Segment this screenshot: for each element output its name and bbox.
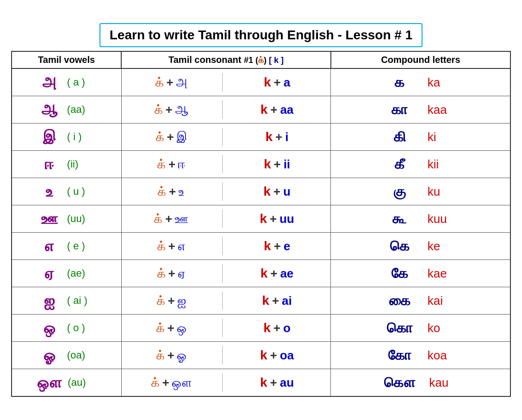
- plus-sign2: +: [270, 376, 277, 390]
- consonant-k: k: [261, 266, 268, 281]
- vowel-cell: ஏ (ae): [12, 260, 121, 287]
- compound-english: kuu: [428, 212, 455, 226]
- vowel-english: (oa): [67, 349, 95, 361]
- vowel-cell: ஊ (uu): [12, 205, 121, 233]
- consonant-tamil: க்: [158, 185, 166, 199]
- consonant-vowel-tamil: இ: [177, 130, 187, 144]
- consonant-vowel-eng: ii: [284, 157, 290, 172]
- table-row: ஆ (aa) க் + ஆ k + aa கா kaa: [12, 96, 510, 124]
- header-row: Tamil vowels Tamil consonant #1 (க்) [ k…: [12, 51, 510, 68]
- vowel-tamil: ஆ: [38, 101, 61, 118]
- compound-cell: கே kae: [331, 260, 510, 287]
- vowel-english: ( a ): [67, 76, 95, 88]
- consonant-k: k: [264, 75, 271, 90]
- consonant-vowel-tamil: ஈ: [178, 157, 185, 172]
- table-row: ஒ ( o ) க் + ஒ k + o கொ ko: [12, 315, 510, 342]
- compound-cell: கா kaa: [331, 96, 510, 124]
- consonant-vowel-tamil: ஔ: [172, 376, 192, 390]
- compound-english: ko: [428, 321, 455, 335]
- consonant-vowel-eng: ai: [282, 294, 292, 308]
- vowel-cell: ஆ (aa): [12, 96, 121, 124]
- plus-sign: +: [168, 157, 175, 172]
- vowel-english: (aa): [67, 104, 95, 116]
- vowel-tamil: ஒ: [38, 320, 61, 337]
- consonant-tamil: க்: [154, 212, 162, 226]
- table-row: அ ( a ) க் + அ k + a க ka: [12, 68, 510, 96]
- vowel-cell: இ ( i ): [12, 124, 121, 151]
- vowel-english: (uu): [67, 213, 95, 225]
- vowel-tamil: ஈ: [38, 156, 61, 173]
- consonant-cell: க் + இ k + i: [121, 124, 331, 151]
- vowel-english: ( i ): [67, 131, 95, 143]
- consonant-vowel-tamil: ஆ: [175, 103, 188, 117]
- compound-cell: கி ki: [331, 124, 510, 151]
- plus-sign2: +: [273, 321, 280, 335]
- vowel-english: ( u ): [67, 185, 95, 198]
- header-vowels: Tamil vowels: [12, 51, 121, 68]
- vowel-english: ( o ): [67, 322, 95, 334]
- vowel-cell: ஓ (oa): [12, 342, 121, 369]
- consonant-k: k: [260, 211, 267, 226]
- compound-cell: கு ku: [331, 178, 510, 205]
- table-row: இ ( i ) க் + இ k + i கி ki: [12, 124, 510, 151]
- consonant-k: k: [264, 157, 271, 172]
- consonant-vowel-tamil: ஐ: [178, 294, 186, 308]
- vowel-tamil: இ: [38, 129, 61, 146]
- vowel-cell: அ ( a ): [12, 68, 121, 96]
- vowel-tamil: எ: [38, 238, 61, 255]
- consonant-vowel-eng: a: [284, 75, 290, 90]
- compound-cell: கீ kii: [331, 151, 510, 178]
- consonant-tamil: க்: [157, 239, 166, 253]
- consonant-cell: க் + அ k + a: [121, 68, 331, 96]
- consonant-tamil: க்: [157, 266, 166, 281]
- compound-tamil: கை: [386, 293, 414, 309]
- consonant-vowel-tamil: ஒ: [177, 321, 186, 335]
- plus-sign2: +: [270, 212, 277, 226]
- title-box: Learn to write Tamil through English - L…: [99, 23, 423, 47]
- plus-sign: +: [167, 75, 174, 90]
- plus-sign: +: [162, 376, 169, 390]
- consonant-vowel-eng: o: [283, 321, 291, 335]
- consonant-vowel-eng: oa: [280, 348, 294, 363]
- plus-sign2: +: [273, 157, 280, 172]
- table-row: ஈ (ii) க் + ஈ k + ii கீ kii: [12, 151, 510, 178]
- consonant-vowel-eng: ae: [280, 266, 293, 281]
- compound-tamil: கு: [386, 184, 414, 200]
- page-title: Learn to write Tamil through English - L…: [110, 28, 412, 42]
- consonant-cell: க் + உ k + u: [121, 178, 331, 205]
- vowel-cell: உ ( u ): [12, 178, 121, 205]
- consonant-cell: க் + ஊ k + uu: [121, 205, 331, 233]
- vowel-cell: ஒ ( o ): [12, 315, 121, 342]
- plus-sign2: +: [272, 294, 279, 308]
- consonant-tamil: க்: [155, 75, 164, 90]
- compound-english: kae: [428, 266, 455, 281]
- compound-tamil: க: [386, 74, 414, 91]
- plus-sign2: +: [270, 348, 277, 363]
- consonant-cell: க் + ஆ k + aa: [121, 96, 331, 124]
- main-table: Tamil vowels Tamil consonant #1 (க்) [ k…: [11, 51, 511, 397]
- vowel-tamil: உ: [38, 183, 61, 200]
- compound-tamil: கா: [386, 102, 414, 118]
- consonant-cell: க் + ஒ k + o: [121, 315, 331, 342]
- table-row: ஊ (uu) க் + ஊ k + uu கூ kuu: [12, 205, 510, 233]
- consonant-cell: க் + ஐ k + ai: [121, 287, 331, 315]
- table-row: ஐ ( ai ) க் + ஐ k + ai கை kai: [12, 287, 510, 315]
- compound-english: kaa: [428, 103, 455, 117]
- vowel-tamil: ஓ: [38, 347, 61, 364]
- page-wrapper: Learn to write Tamil through English - L…: [6, 19, 516, 401]
- plus-sign2: +: [270, 266, 277, 281]
- consonant-vowel-tamil: ஓ: [177, 348, 186, 363]
- header-compound: Compound letters: [331, 51, 510, 68]
- consonant-k: k: [263, 184, 271, 199]
- plus-sign: +: [165, 212, 172, 226]
- plus-sign: +: [166, 103, 173, 117]
- compound-cell: கெ ke: [331, 233, 510, 260]
- compound-english: ki: [428, 130, 455, 144]
- plus-sign: +: [167, 130, 174, 144]
- compound-english: kai: [428, 294, 455, 308]
- vowel-english: ( ai ): [67, 295, 95, 307]
- table-row: ஓ (oa) க் + ஓ k + oa கோ koa: [12, 342, 510, 369]
- consonant-k: k: [263, 321, 271, 335]
- consonant-k: k: [260, 375, 267, 390]
- compound-english: kii: [428, 157, 455, 172]
